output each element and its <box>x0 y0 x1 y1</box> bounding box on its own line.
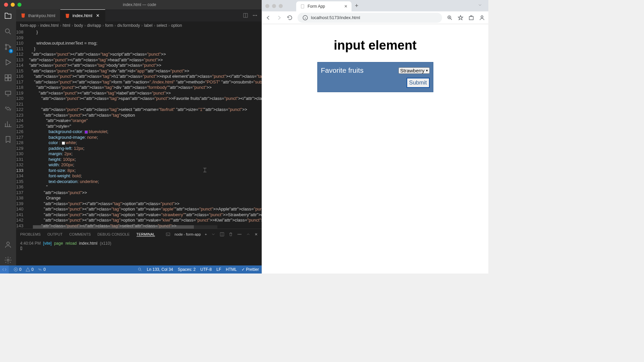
code-content[interactable]: } window.output.innerText = msg; } "attr… <box>27 29 262 229</box>
svg-rect-16 <box>166 233 170 236</box>
browser-window-controls <box>265 4 283 11</box>
forward-icon[interactable] <box>276 15 282 21</box>
status-lncol[interactable]: Ln 133, Col 34 <box>147 267 173 272</box>
svg-rect-5 <box>8 75 11 77</box>
search-status-icon[interactable] <box>138 267 142 272</box>
svg-point-20 <box>240 234 241 235</box>
extensions-icon[interactable] <box>468 15 474 21</box>
remote-indicator[interactable] <box>0 265 9 274</box>
tab-label: thankyou.html <box>28 13 55 18</box>
chevron-down-icon[interactable] <box>211 232 216 237</box>
status-spaces[interactable]: Spaces: 2 <box>178 267 196 272</box>
split-terminal-icon[interactable] <box>220 232 224 237</box>
panel-tab-comments[interactable]: COMMENTS <box>69 232 91 236</box>
breadcrumb-item[interactable]: label <box>144 23 152 28</box>
live-icon[interactable] <box>4 105 12 114</box>
terminal-output[interactable]: 4:40:04 PM [vite] page reload index.html… <box>16 240 262 265</box>
source-control-icon[interactable] <box>4 43 12 52</box>
more-icon[interactable] <box>252 13 258 18</box>
svg-point-22 <box>39 269 41 270</box>
svg-point-18 <box>238 234 238 235</box>
chevron-down-icon: ▾ <box>426 68 428 73</box>
tab-thankyou[interactable]: thankyou.html <box>16 9 60 21</box>
address-bar[interactable]: localhost:5173/index.html <box>298 13 442 23</box>
explorer-icon[interactable] <box>4 12 12 21</box>
zoom-window[interactable] <box>17 3 21 7</box>
bookmark-icon[interactable] <box>458 15 464 21</box>
breadcrumb-item[interactable]: form <box>105 23 113 28</box>
svg-point-28 <box>481 16 483 18</box>
svg-point-15 <box>256 15 257 16</box>
breadcrumb-item[interactable]: option <box>171 23 182 28</box>
breadcrumbs[interactable]: form-app›index.html›html›body›div#app›fo… <box>16 21 262 29</box>
breadcrumb-item[interactable]: index.html <box>40 23 59 28</box>
status-errors[interactable]: 0 <box>13 267 21 272</box>
close-tab-icon[interactable]: ✕ <box>344 4 347 9</box>
browser-window: Form App ✕ + localhost:5173/index.html i… <box>262 0 488 274</box>
submit-button[interactable]: Submit <box>407 78 430 88</box>
fruit-select[interactable]: Strawberry ▾ <box>398 67 430 74</box>
page-heading: input element <box>334 38 417 53</box>
terminal-task-label[interactable]: node - form-app <box>174 232 201 236</box>
svg-point-10 <box>7 242 9 245</box>
horizontal-scrollbar[interactable] <box>33 225 217 229</box>
reload-icon[interactable] <box>287 15 293 21</box>
split-editor-icon[interactable] <box>243 13 248 18</box>
breadcrumb-item[interactable]: form-app <box>20 23 36 28</box>
svg-rect-4 <box>5 75 8 77</box>
close-window[interactable] <box>265 4 269 8</box>
panel-tab-debug[interactable]: DEBUG CONSOLE <box>98 232 130 236</box>
status-eol[interactable]: LF <box>216 267 221 272</box>
new-terminal-icon[interactable]: + <box>205 232 207 236</box>
status-bar: 0 0 0 Ln 133, Col 34 Spaces: 2 UTF-8 LF … <box>0 265 262 274</box>
svg-point-13 <box>253 15 254 16</box>
panel-tab-output[interactable]: OUTPUT <box>47 232 62 236</box>
more-icon[interactable] <box>237 232 242 237</box>
zoom-icon[interactable] <box>447 15 453 21</box>
form-label: Favorite fruits <box>321 66 364 74</box>
account-icon[interactable] <box>4 241 12 250</box>
svg-rect-8 <box>5 91 11 95</box>
status-warnings[interactable]: 0 <box>25 267 34 272</box>
zoom-window[interactable] <box>279 4 283 8</box>
new-tab-button[interactable]: + <box>352 2 362 11</box>
extensions-icon[interactable] <box>4 74 12 83</box>
status-lang[interactable]: HTML <box>226 267 237 272</box>
close-icon[interactable]: ✕ <box>95 13 100 18</box>
settings-icon[interactable] <box>4 256 12 265</box>
site-info-icon[interactable] <box>302 15 308 21</box>
remote-icon[interactable] <box>4 89 12 99</box>
page-content: input element Favorite fruits Strawberry… <box>262 24 488 274</box>
status-encoding[interactable]: UTF-8 <box>200 267 212 272</box>
profile-icon[interactable] <box>479 15 485 21</box>
minimize-window[interactable] <box>11 3 15 7</box>
breadcrumb-item[interactable]: body <box>74 23 83 28</box>
back-icon[interactable] <box>265 15 271 21</box>
trash-icon[interactable] <box>228 232 233 237</box>
close-panel-icon[interactable]: ✕ <box>255 232 258 237</box>
close-window[interactable] <box>4 3 8 7</box>
breadcrumb-item[interactable]: div#app <box>87 23 101 28</box>
svg-point-9 <box>7 107 9 110</box>
panel-tab-terminal[interactable]: TERMINAL <box>137 232 155 237</box>
code-editor[interactable]: 1081091101111121131141151161171181191201… <box>16 29 262 229</box>
status-prettier[interactable]: ✓ Prettier <box>241 267 259 272</box>
maximize-icon[interactable] <box>246 232 251 237</box>
terminal-task-icon[interactable] <box>166 232 170 237</box>
browser-tab[interactable]: Form App ✕ <box>296 1 352 11</box>
panel-tab-problems[interactable]: PROBLEMS <box>20 232 41 236</box>
browser-tab-title: Form App <box>308 4 325 9</box>
tabs-overflow-icon[interactable] <box>475 3 485 11</box>
breadcrumb-item[interactable]: html <box>63 23 70 28</box>
svg-point-0 <box>5 29 9 33</box>
breadcrumb-item[interactable]: div.formbody <box>117 23 140 28</box>
bookmark-icon[interactable] <box>4 135 12 145</box>
tab-index[interactable]: index.html ✕ <box>60 9 105 21</box>
breadcrumb-item[interactable]: select <box>157 23 167 28</box>
run-debug-icon[interactable] <box>4 58 12 68</box>
titlebar: index.html — code <box>0 0 262 9</box>
status-ports[interactable]: 0 <box>38 267 46 272</box>
chart-icon[interactable] <box>4 120 12 129</box>
search-icon[interactable] <box>4 27 12 37</box>
minimize-window[interactable] <box>272 4 276 8</box>
